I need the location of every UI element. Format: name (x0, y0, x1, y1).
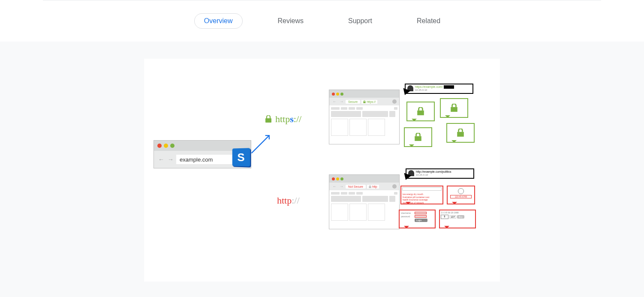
minimize-icon (164, 144, 168, 148)
leak-line: doctors out of network (403, 201, 441, 204)
page-skeleton (329, 190, 399, 229)
http-label: http:// (277, 195, 300, 206)
svg-rect-4 (457, 132, 464, 137)
screenshot-card: ← → example.com S https:// (144, 59, 500, 282)
maximize-icon (340, 177, 343, 180)
minimize-icon (336, 93, 339, 96)
svg-rect-2 (364, 101, 366, 103)
tabs-nav: Overview Reviews Support Related (0, 0, 644, 42)
leaked-dob: D.O.B 06-18-1988 (440, 210, 475, 214)
avatar-icon (392, 99, 397, 104)
qty-value: 137 (449, 215, 456, 219)
leaked-ssn: 123-45-6789 (450, 195, 472, 198)
tooltip-url: http://example.com/politics (416, 170, 451, 174)
forward-icon: → (339, 99, 344, 104)
arrow-upgrade-icon (250, 132, 273, 155)
address-row: ← → example.com S (154, 151, 251, 168)
login-pass-label: password (401, 215, 414, 218)
lock-icon (363, 100, 366, 103)
lock-icon (265, 115, 272, 123)
secure-browser: ← → Secure https:// (329, 90, 400, 144)
password-field (415, 215, 427, 218)
minimize-icon (336, 177, 339, 180)
lock-icon (369, 185, 371, 188)
fingerprint-icon (458, 188, 464, 194)
tab-reviews[interactable]: Reviews (268, 14, 313, 28)
lock-icon (457, 129, 464, 137)
svg-rect-5 (415, 136, 421, 141)
tab-related[interactable]: Related (407, 14, 450, 28)
encrypted-bubble (440, 98, 468, 118)
login-user-label: Username (401, 212, 414, 214)
buy-button: Buy (457, 215, 464, 219)
insecure-proto-chip: http (367, 185, 379, 189)
tooltip-ip: 10.25.0.10 (415, 89, 454, 92)
extension-s-badge-icon: S (232, 148, 250, 166)
forward-icon: → (339, 184, 344, 189)
lock-icon (450, 104, 458, 112)
svg-rect-7 (369, 186, 371, 188)
svg-rect-3 (451, 107, 457, 112)
https-text-suffix: :// (294, 114, 301, 124)
svg-line-0 (252, 135, 269, 153)
back-icon: ← (332, 184, 337, 189)
avatar-icon (392, 184, 397, 189)
close-icon (332, 93, 335, 96)
observer-icon (408, 170, 414, 176)
insecure-tooltip: http://example.com/politics 10.25.0.10 (406, 168, 474, 179)
secure-badge: Secure (346, 100, 360, 104)
observer-icon (407, 85, 413, 91)
insecure-badge: Not Secure (346, 185, 366, 189)
https-text-prefix: http (275, 114, 290, 124)
back-icon: ← (157, 156, 165, 163)
content-area: ← → example.com S https:// (0, 42, 644, 297)
page-skeleton (329, 105, 399, 144)
leaked-login-bubble: Username password Login (399, 210, 436, 228)
back-icon: ← (332, 99, 337, 104)
maximize-icon (340, 93, 343, 96)
encrypted-bubble (406, 102, 435, 121)
encrypted-bubble (404, 127, 432, 147)
leaked-search-bubble: low energy dry mouth frustration pill co… (400, 186, 443, 204)
tooltip-ip: 10.25.0.10 (416, 174, 451, 177)
source-browser: ← → example.com S (153, 140, 251, 168)
close-icon (157, 144, 162, 148)
search-box (402, 187, 442, 191)
login-button: Login (415, 219, 427, 222)
secure-proto-chip: https:// (361, 100, 377, 104)
lock-icon (414, 133, 422, 141)
svg-rect-6 (417, 111, 424, 115)
close-icon (332, 177, 335, 180)
lock-icon (417, 107, 424, 116)
tooltip-url: https://example.com/ (415, 85, 443, 88)
https-text-s: s (290, 114, 294, 124)
http-text-prefix: http (277, 195, 292, 206)
maximize-icon (170, 144, 175, 148)
redacted-path-icon (444, 85, 454, 89)
leaked-payment-bubble: D.O.B 06-18-1988 $ 137 Buy (439, 210, 476, 228)
encrypted-bubble (446, 123, 475, 143)
cash-icon: $ (441, 215, 448, 219)
username-field (415, 212, 427, 214)
forward-icon: → (167, 156, 175, 163)
leaked-id-bubble: 123-45-6789 (447, 186, 475, 204)
insecure-browser: ← → Not Secure http (329, 174, 400, 229)
tab-support[interactable]: Support (339, 14, 382, 28)
http-text-suffix: :// (292, 195, 299, 206)
svg-rect-1 (265, 118, 271, 123)
https-label: https:// (265, 114, 301, 125)
secure-tooltip: https://example.com/ 10.25.0.10 (405, 84, 473, 94)
tab-overview[interactable]: Overview (194, 13, 243, 29)
